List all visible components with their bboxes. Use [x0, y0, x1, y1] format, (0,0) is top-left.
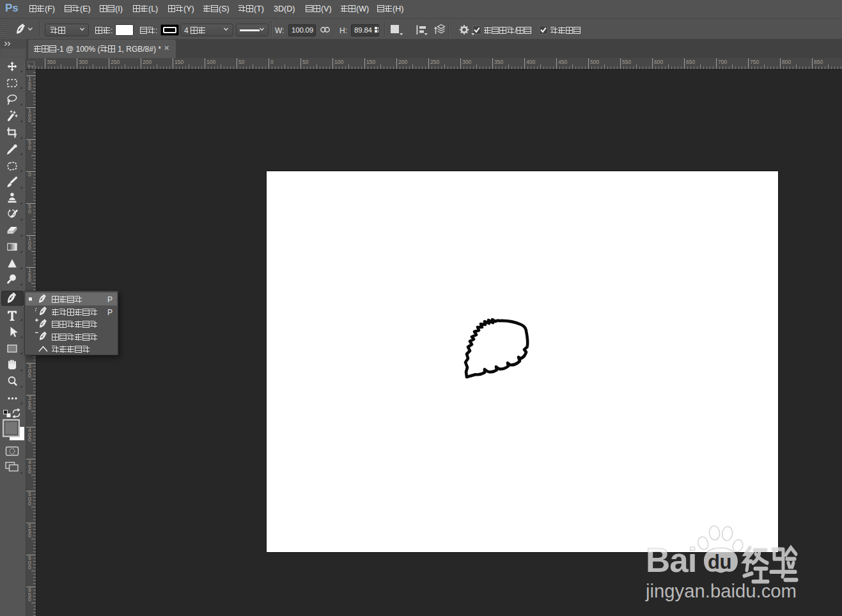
svg-text:du: du: [708, 551, 731, 573]
svg-text:jingyan.baidu.com: jingyan.baidu.com: [645, 580, 797, 601]
